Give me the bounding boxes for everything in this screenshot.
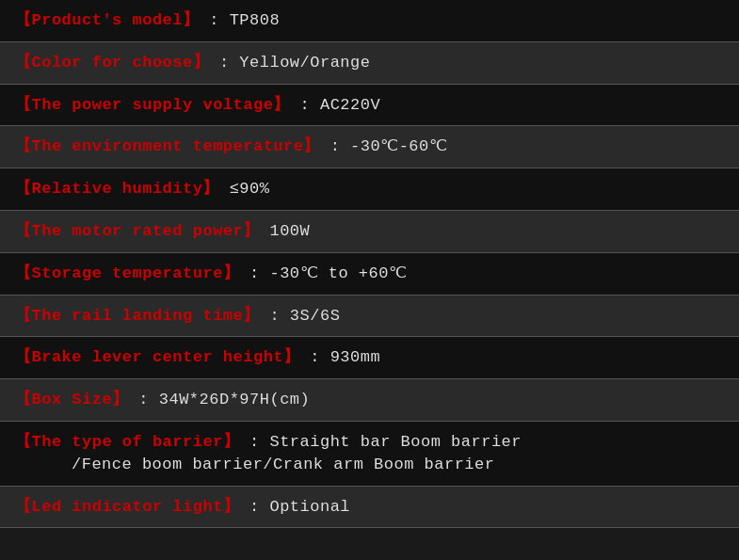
row-box-size: 【Box Size】 : 34W*26D*97H(cm) bbox=[0, 379, 739, 422]
cell-relative-humidity: 【Relative humidity】 ≤90% bbox=[0, 168, 739, 210]
cell-brake-lever: 【Brake lever center height】 : 930mm bbox=[0, 337, 739, 378]
cell-storage-temp: 【Storage temperature】 : -30℃ to +60℃ bbox=[0, 253, 739, 295]
cell-color-choose: 【Color for choose】 : Yellow/Orange bbox=[0, 42, 739, 84]
row-motor-power: 【The motor rated power】 100W bbox=[0, 211, 739, 253]
cell-motor-power: 【The motor rated power】 100W bbox=[0, 211, 739, 252]
cell-product-model: 【Product's model】 : TP808 bbox=[0, 0, 739, 41]
row-color-choose: 【Color for choose】 : Yellow/Orange bbox=[0, 42, 739, 85]
cell-rail-landing: 【The rail landing time】 : 3S/6S bbox=[0, 296, 739, 337]
row-storage-temp: 【Storage temperature】 : -30℃ to +60℃ bbox=[0, 253, 739, 296]
cell-environment-temp: 【The environment temperature】 : -30℃-60℃ bbox=[0, 126, 739, 168]
row-brake-lever: 【Brake lever center height】 : 930mm bbox=[0, 337, 739, 379]
row-environment-temp: 【The environment temperature】 : -30℃-60℃ bbox=[0, 126, 739, 168]
row-rail-landing: 【The rail landing time】 : 3S/6S bbox=[0, 296, 739, 338]
row-product-model: 【Product's model】 : TP808 bbox=[0, 0, 739, 42]
row-relative-humidity: 【Relative humidity】 ≤90% bbox=[0, 168, 739, 211]
row-barrier-type: 【The type of barrier】 : Straight bar Boo… bbox=[0, 422, 739, 487]
row-led-indicator: 【Led indicator light】 : Optional bbox=[0, 487, 739, 529]
row-power-supply: 【The power supply voltage】 : AC220V bbox=[0, 85, 739, 127]
cell-box-size: 【Box Size】 : 34W*26D*97H(cm) bbox=[0, 379, 739, 421]
specs-table: 【Product's model】 : TP808【Color for choo… bbox=[0, 0, 739, 528]
cell-barrier-type: 【The type of barrier】 : Straight bar Boo… bbox=[0, 422, 739, 486]
cell-power-supply: 【The power supply voltage】 : AC220V bbox=[0, 85, 739, 126]
cell-led-indicator: 【Led indicator light】 : Optional bbox=[0, 487, 739, 528]
